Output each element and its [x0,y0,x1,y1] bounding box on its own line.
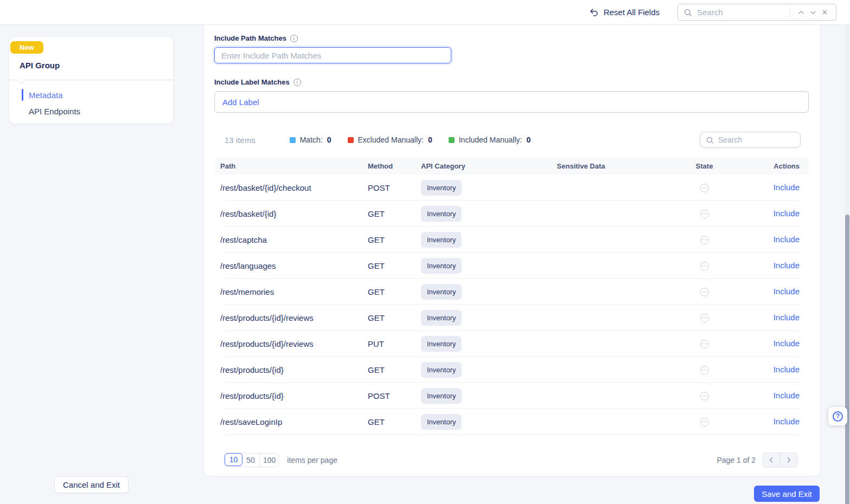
include-link[interactable]: Include [774,417,800,426]
add-label-button[interactable]: Add Label [214,91,809,113]
column-header: State [673,162,736,170]
method-cell: GET [362,287,416,296]
minus-circle-icon [700,392,709,400]
chevron-right-icon [785,456,793,464]
path-cell: /rest/languages [215,261,362,270]
sidebar-title: API Group [20,61,173,70]
path-cell: /rest/basket/{id}/checkout [215,183,362,192]
category-badge: Inventory [421,388,462,404]
search-next-button[interactable] [807,8,819,17]
scrollbar-track[interactable] [845,25,850,504]
api-category-cell: Inventory [416,180,489,196]
api-category-cell: Inventory [416,206,489,222]
path-cell: /rest/products/{id} [215,391,362,400]
state-cell [673,417,736,427]
api-category-cell: Inventory [416,362,489,378]
minus-circle-icon [700,366,709,374]
actions-cell: Include [736,209,809,218]
actions-cell: Include [736,183,809,192]
info-icon: i [290,35,298,42]
save-and-exit-button[interactable]: Save and Exit [754,486,820,502]
items-per-page-label: items per page [287,456,337,464]
sidebar-divider [9,80,173,80]
legend-count: 0 [327,135,331,144]
page-size-selector: 1050100 [225,453,279,467]
new-badge: New [10,41,43,54]
method-cell: GET [362,313,416,322]
chevron-down-icon [809,9,817,16]
table-row: /rest/memories GET Inventory Include [215,279,809,305]
table-body: /rest/basket/{id}/checkout POST Inventor… [215,175,809,435]
search-close-button[interactable] [819,8,830,17]
add-label-text: Add Label [222,98,259,107]
scrollbar-thumb[interactable] [845,215,849,504]
legend-count: 0 [526,135,531,144]
global-search-input[interactable] [697,8,785,17]
include-link[interactable]: Include [774,209,800,218]
minus-circle-icon [700,418,709,427]
search-icon [706,136,714,144]
previous-page-button[interactable] [763,453,780,467]
minus-circle-icon [700,314,709,322]
table-search-box[interactable] [700,132,801,148]
global-search-box[interactable] [678,4,836,21]
actions-cell: Include [736,261,809,270]
page-size-option-10[interactable]: 10 [225,453,242,466]
help-button[interactable]: ? [828,407,847,425]
legend: Match:0Excluded Manually:0Included Manua… [290,135,531,144]
sidebar-item-label: Metadata [29,91,63,100]
api-category-cell: Inventory [416,284,489,300]
include-link[interactable]: Include [774,365,800,374]
sidebar-item-label: API Endpoints [29,107,80,116]
legend-color-swatch [348,137,354,143]
category-badge: Inventory [421,362,462,378]
include-link[interactable]: Include [774,339,800,348]
endpoints-table: PathMethodAPI CategorySensitive DataStat… [215,158,809,435]
column-header: API Category [416,162,489,170]
include-link[interactable]: Include [774,313,800,322]
chevron-up-icon [797,9,805,16]
path-cell: /rest/memories [215,287,362,296]
sidebar-item-api-endpoints[interactable]: API Endpoints [9,103,173,119]
state-cell [673,339,736,348]
column-header: Sensitive Data [489,162,673,170]
table-row: /rest/basket/{id}/checkout POST Inventor… [215,175,809,201]
page-size-option-100[interactable]: 100 [260,454,279,467]
method-cell: GET [362,365,416,374]
include-link[interactable]: Include [774,287,800,296]
legend-item: Excluded Manually:0 [348,135,432,144]
next-page-button[interactable] [780,453,797,467]
table-header-row: PathMethodAPI CategorySensitive DataStat… [215,158,809,175]
api-category-cell: Inventory [416,414,489,430]
items-count: 13 items [225,135,255,145]
cancel-and-exit-button[interactable]: Cancel and Exit [54,476,129,493]
include-link[interactable]: Include [774,235,800,244]
undo-icon [589,8,599,17]
include-link[interactable]: Include [774,261,800,270]
sidebar-nav: Metadata API Endpoints [9,80,173,119]
info-icon: i [293,79,301,86]
minus-circle-icon [700,340,709,348]
page-info: Page 1 of 2 [717,456,756,464]
include-path-matches-input[interactable] [214,47,451,63]
search-prev-button[interactable] [795,8,807,17]
category-badge: Inventory [421,310,462,326]
column-header: Path [215,162,362,170]
reset-all-fields-button[interactable]: Reset All Fields [589,8,660,17]
include-link[interactable]: Include [774,183,800,192]
category-badge: Inventory [421,232,462,248]
minus-circle-icon [700,288,709,296]
sidebar-item-metadata[interactable]: Metadata [9,87,173,103]
table-row: /rest/products/{id}/reviews GET Inventor… [215,305,809,331]
minus-circle-icon [700,210,709,218]
reset-all-fields-label: Reset All Fields [604,8,660,17]
legend-color-swatch [449,137,455,143]
category-badge: Inventory [421,206,462,222]
chevron-left-icon [768,456,775,464]
search-icon [683,8,692,17]
page-size-option-50[interactable]: 50 [242,454,260,467]
path-cell: /rest/basket/{id} [215,209,362,218]
include-link[interactable]: Include [774,391,800,400]
table-search-input[interactable] [718,135,795,144]
main-panel: Include Path Matches i Include Label Mat… [204,25,820,476]
